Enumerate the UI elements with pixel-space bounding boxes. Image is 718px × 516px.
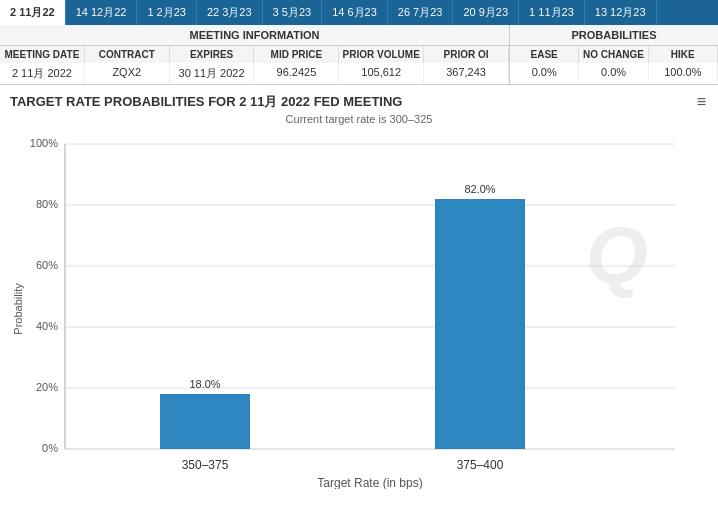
prob-col-values: 0.0% 0.0% 100.0% (510, 63, 718, 81)
col-prior-volume: PRIOR VOLUME (339, 46, 424, 63)
svg-text:0%: 0% (42, 442, 58, 454)
info-section: MEETING INFORMATION MEETING DATE CONTRAC… (0, 25, 718, 85)
svg-text:60%: 60% (36, 259, 58, 271)
col-no-change: NO CHANGE (579, 46, 648, 63)
col-ease: EASE (510, 46, 579, 63)
val-prior-oi: 367,243 (424, 63, 509, 84)
chart-section: TARGET RATE PROBABILITIES FOR 2 11月 2022… (0, 85, 718, 497)
tab-9[interactable]: 13 12月23 (585, 0, 657, 25)
svg-text:100%: 100% (30, 137, 58, 149)
svg-text:80%: 80% (36, 198, 58, 210)
probabilities-header: PROBABILITIES (510, 25, 718, 46)
bar-chart: 0% 20% 40% 60% 80% 100% Probability 18.0… (10, 129, 700, 489)
tab-3[interactable]: 22 3月23 (197, 0, 263, 25)
tab-2[interactable]: 1 2月23 (137, 0, 197, 25)
svg-text:350–375: 350–375 (182, 458, 229, 472)
col-hike: HIKE (649, 46, 718, 63)
chart-subtitle: Current target rate is 300–325 (10, 113, 708, 125)
meeting-col-headers: MEETING DATE CONTRACT EXPIRES MID PRICE … (0, 46, 509, 63)
col-contract: CONTRACT (85, 46, 170, 63)
svg-text:375–400: 375–400 (457, 458, 504, 472)
tab-8[interactable]: 1 11月23 (519, 0, 585, 25)
col-mid-price: MID PRICE (254, 46, 339, 63)
svg-text:20%: 20% (36, 381, 58, 393)
col-expires: EXPIRES (170, 46, 255, 63)
chart-container: Q 0% 20% 40% 60% 80% 100% Prob (10, 129, 708, 489)
val-no-change: 0.0% (579, 63, 648, 81)
bar-350-375 (160, 394, 250, 449)
svg-text:Target Rate (in bps): Target Rate (in bps) (317, 476, 422, 489)
svg-text:82.0%: 82.0% (464, 183, 495, 195)
val-mid-price: 96.2425 (254, 63, 339, 84)
svg-text:18.0%: 18.0% (189, 378, 220, 390)
tab-5[interactable]: 14 6月23 (322, 0, 388, 25)
prob-col-headers: EASE NO CHANGE HIKE (510, 46, 718, 63)
tab-1[interactable]: 14 12月22 (66, 0, 138, 25)
probabilities-panel: PROBABILITIES EASE NO CHANGE HIKE 0.0% 0… (510, 25, 718, 84)
tab-7[interactable]: 20 9月23 (453, 0, 519, 25)
val-ease: 0.0% (510, 63, 579, 81)
bar-375-400 (435, 199, 525, 449)
meeting-info-panel: MEETING INFORMATION MEETING DATE CONTRAC… (0, 25, 510, 84)
tab-4[interactable]: 3 5月23 (263, 0, 323, 25)
val-hike: 100.0% (649, 63, 718, 81)
val-meeting-date: 2 11月 2022 (0, 63, 85, 84)
meeting-info-header: MEETING INFORMATION (0, 25, 509, 46)
meeting-col-values: 2 11月 2022 ZQX2 30 11月 2022 96.2425 105,… (0, 63, 509, 84)
val-expires: 30 11月 2022 (170, 63, 255, 84)
chart-title: TARGET RATE PROBABILITIES FOR 2 11月 2022… (10, 93, 708, 111)
svg-text:Probability: Probability (12, 283, 24, 335)
col-prior-oi: PRIOR OI (424, 46, 509, 63)
svg-text:40%: 40% (36, 320, 58, 332)
val-prior-volume: 105,612 (339, 63, 424, 84)
col-meeting-date: MEETING DATE (0, 46, 85, 63)
chart-menu-icon[interactable]: ≡ (697, 93, 706, 111)
tab-0[interactable]: 2 11月22 (0, 0, 66, 25)
tab-bar: 2 11月22 14 12月22 1 2月23 22 3月23 3 5月23 1… (0, 0, 718, 25)
tab-6[interactable]: 26 7月23 (388, 0, 454, 25)
val-contract: ZQX2 (85, 63, 170, 84)
